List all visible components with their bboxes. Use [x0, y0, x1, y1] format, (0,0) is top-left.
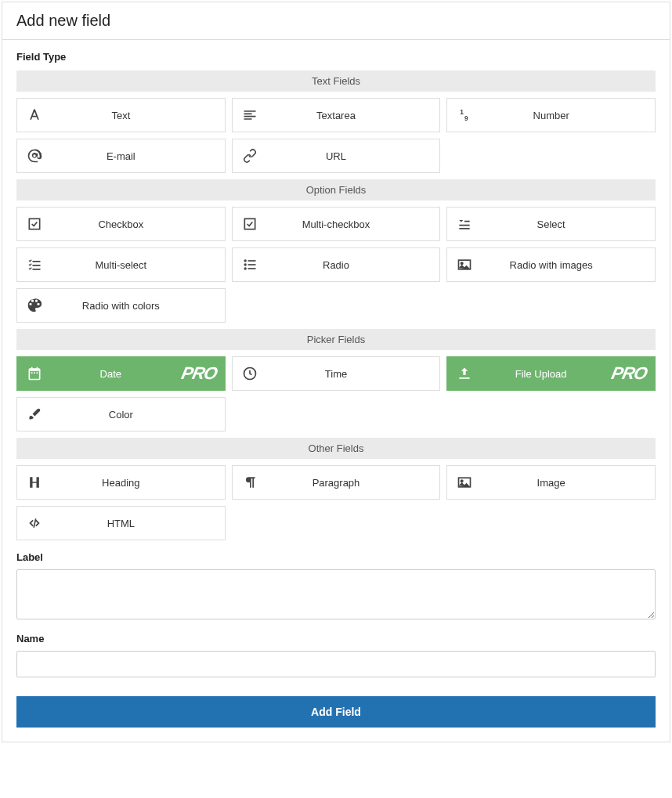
number-icon: 19 — [447, 107, 482, 123]
image-icon — [447, 257, 482, 273]
panel-body: Field Type Text Fields Text Textarea 19 … — [2, 40, 670, 742]
add-field-button[interactable]: Add Field — [16, 696, 656, 728]
svg-text:1: 1 — [460, 108, 464, 116]
other-fields-grid: Heading Paragraph Image HTML — [16, 465, 656, 540]
text-fields-grid: Text Textarea 19 Number E-mail URL — [16, 98, 656, 173]
group-header-picker: Picker Fields — [16, 329, 656, 350]
field-multi-checkbox-label: Multi-checkbox — [267, 218, 440, 230]
svg-point-4 — [244, 259, 246, 262]
field-html-label: HTML — [52, 518, 225, 529]
field-text-label: Text — [52, 110, 225, 121]
clock-icon — [233, 366, 267, 381]
at-icon — [17, 148, 52, 164]
field-image[interactable]: Image — [446, 465, 656, 500]
code-icon — [17, 515, 52, 531]
label-field-label: Label — [16, 551, 656, 563]
add-field-panel: Add new field Field Type Text Fields Tex… — [2, 2, 670, 742]
field-email[interactable]: E-mail — [16, 139, 226, 173]
field-date[interactable]: Date PRO — [16, 356, 226, 391]
field-select-label: Select — [482, 218, 655, 230]
checkbox-icon — [17, 216, 52, 232]
name-input[interactable] — [16, 651, 656, 677]
svg-point-8 — [244, 267, 246, 269]
svg-rect-2 — [29, 218, 39, 229]
field-email-label: E-mail — [52, 150, 225, 162]
field-radio[interactable]: Radio — [232, 247, 441, 282]
svg-rect-5 — [247, 260, 255, 262]
svg-text:9: 9 — [464, 114, 468, 122]
font-icon — [17, 107, 52, 123]
svg-rect-7 — [247, 264, 255, 265]
multi-select-icon — [17, 257, 52, 273]
field-multi-checkbox[interactable]: Multi-checkbox — [232, 207, 441, 241]
align-left-icon — [233, 107, 267, 123]
field-textarea-label: Textarea — [267, 110, 440, 121]
name-field-label: Name — [16, 633, 656, 645]
multi-checkbox-icon — [233, 216, 267, 232]
field-heading[interactable]: Heading — [16, 465, 226, 500]
pro-badge: PRO — [179, 363, 219, 384]
field-url-label: URL — [267, 150, 440, 162]
svg-point-14 — [461, 480, 464, 482]
field-radio-images[interactable]: Radio with images — [446, 247, 656, 282]
option-fields-grid: Checkbox Multi-checkbox Select Multi-sel… — [16, 207, 656, 323]
calendar-icon — [17, 366, 52, 381]
field-url[interactable]: URL — [232, 139, 441, 173]
field-checkbox[interactable]: Checkbox — [16, 207, 226, 241]
field-radio-label: Radio — [267, 259, 440, 271]
group-header-option: Option Fields — [16, 179, 656, 200]
field-radio-colors[interactable]: Radio with colors — [16, 288, 226, 323]
group-header-text: Text Fields — [16, 70, 656, 92]
field-image-label: Image — [482, 477, 655, 489]
group-header-other: Other Fields — [16, 438, 656, 459]
label-group: Label — [16, 551, 656, 622]
field-html[interactable]: HTML — [16, 506, 226, 540]
field-number-label: Number — [482, 110, 655, 121]
field-time-label: Time — [267, 368, 440, 380]
field-color-label: Color — [52, 409, 225, 421]
svg-point-11 — [461, 262, 464, 265]
heading-icon — [17, 475, 52, 490]
panel-title: Add new field — [2, 2, 670, 40]
name-group: Name — [16, 633, 656, 677]
select-icon — [447, 216, 482, 232]
field-select[interactable]: Select — [446, 207, 656, 241]
brush-icon — [17, 406, 52, 422]
field-radio-colors-label: Radio with colors — [52, 300, 225, 312]
link-icon — [233, 148, 267, 164]
field-file-upload[interactable]: File Upload PRO — [446, 356, 656, 391]
field-number[interactable]: 19 Number — [446, 98, 656, 132]
field-checkbox-label: Checkbox — [52, 218, 225, 230]
field-multi-select[interactable]: Multi-select — [16, 247, 226, 282]
field-radio-images-label: Radio with images — [482, 259, 655, 271]
picker-fields-grid: Date PRO Time File Upload PRO Color — [16, 356, 656, 431]
svg-rect-3 — [244, 218, 255, 229]
svg-point-6 — [244, 263, 246, 265]
svg-rect-9 — [247, 268, 255, 269]
paragraph-icon — [233, 475, 267, 490]
upload-icon — [447, 366, 482, 381]
field-paragraph-label: Paragraph — [267, 477, 440, 489]
picture-icon — [447, 475, 482, 490]
field-multi-select-label: Multi-select — [52, 259, 225, 271]
label-input[interactable] — [16, 569, 656, 619]
field-type-label: Field Type — [16, 51, 656, 63]
field-time[interactable]: Time — [232, 356, 441, 391]
list-icon — [233, 257, 267, 273]
field-heading-label: Heading — [52, 477, 225, 489]
field-text[interactable]: Text — [16, 98, 226, 132]
field-textarea[interactable]: Textarea — [232, 98, 441, 132]
pro-badge: PRO — [610, 363, 649, 384]
field-color[interactable]: Color — [16, 397, 226, 431]
field-paragraph[interactable]: Paragraph — [232, 465, 441, 500]
palette-icon — [17, 298, 52, 313]
